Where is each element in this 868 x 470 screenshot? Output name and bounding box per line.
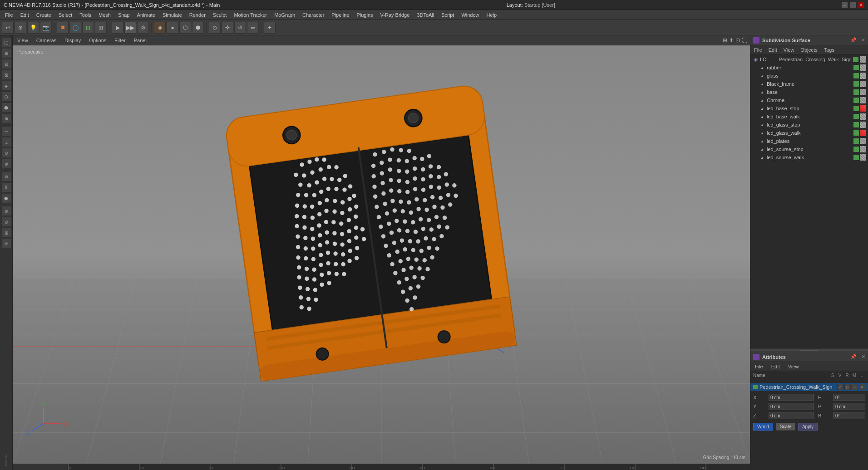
attr-icon-2[interactable]: ▷	[844, 384, 851, 390]
left-icon-7[interactable]: ⬢	[1, 103, 11, 113]
left-icon-3[interactable]: ⊟	[1, 59, 11, 69]
toolbar-rotate2[interactable]: ↺	[234, 22, 246, 34]
obj-base[interactable]: ▲ base	[750, 88, 868, 96]
scale-button[interactable]: Scale	[776, 423, 795, 431]
obj-menu-objects[interactable]: Objects	[799, 47, 819, 53]
left-icon-19[interactable]: ⟳	[1, 239, 11, 249]
toolbar-move[interactable]: ✖	[57, 22, 69, 34]
attr-icon-4[interactable]: ✕	[859, 384, 865, 390]
h-size-field[interactable]: 0°	[833, 394, 865, 401]
obj-menu-file[interactable]: File	[752, 47, 764, 53]
left-icon-12[interactable]: ⊛	[1, 159, 11, 169]
left-icon-16[interactable]: ⊜	[1, 206, 11, 216]
obj-rubber[interactable]: ▲ rubber	[750, 64, 868, 72]
attr-icon-1[interactable]: ✓	[837, 384, 843, 390]
left-icon-1[interactable]: ▢	[1, 37, 11, 47]
toolbar-render-settings[interactable]: ⚙	[137, 22, 149, 34]
menu-snap[interactable]: Snap	[115, 11, 133, 19]
menu-sculpt[interactable]: Sculpt	[210, 11, 230, 19]
viewport-3d[interactable]: Perspective	[13, 45, 750, 464]
menu-3dtoall[interactable]: 3DToAll	[414, 11, 437, 19]
obj-led-base-stop[interactable]: ▲ led_base_stop	[750, 104, 868, 113]
toolbar-edge-mode[interactable]: ⬡	[179, 22, 191, 34]
menu-render[interactable]: Render	[186, 11, 209, 19]
vp-menu-display[interactable]: Display	[63, 37, 83, 44]
toolbar-move2[interactable]: ✛	[222, 22, 233, 34]
menu-file[interactable]: File	[2, 11, 16, 19]
vp-fullscreen[interactable]: ⛶	[742, 37, 747, 44]
vp-menu-filter[interactable]: Filter	[113, 37, 127, 44]
menu-select[interactable]: Select	[55, 11, 76, 19]
left-icon-4[interactable]: ⊠	[1, 70, 11, 80]
attr-icon-3[interactable]: —	[852, 384, 858, 390]
maximize-button[interactable]: □	[850, 2, 856, 8]
toolbar-undo[interactable]: ↩	[2, 22, 14, 34]
left-icon-10[interactable]: ⟂	[1, 137, 11, 147]
left-icon-18[interactable]: ⊞	[1, 228, 11, 238]
left-icon-5[interactable]: ◈	[1, 81, 11, 91]
toolbar-scale2[interactable]: ⇔	[247, 22, 259, 34]
menu-window[interactable]: Window	[458, 11, 482, 19]
left-icon-2[interactable]: ⊞	[1, 48, 11, 58]
world-button[interactable]: World	[753, 423, 773, 431]
left-icon-8[interactable]: ⊕	[1, 113, 11, 123]
menu-simulate[interactable]: Simulate	[159, 11, 185, 19]
obj-led-glass-walk[interactable]: ▲ led_glass_walk	[750, 129, 868, 137]
toolbar-light[interactable]: 💡	[27, 22, 39, 34]
vp-icon-2[interactable]: ⬆	[729, 37, 734, 44]
vp-icon-1[interactable]: ⊞	[723, 37, 727, 44]
menu-plugins[interactable]: Plugins	[353, 11, 376, 19]
vp-menu-panel[interactable]: Panel	[132, 37, 148, 44]
minimize-button[interactable]: ─	[842, 2, 848, 8]
vp-menu-options[interactable]: Options	[87, 37, 108, 44]
menu-pipeline[interactable]: Pipeline	[328, 11, 352, 19]
left-icon-15[interactable]: ⬟	[1, 193, 11, 203]
toolbar-render-view[interactable]: ▶	[112, 22, 123, 34]
toolbar-polygon-mode[interactable]: ⬢	[192, 22, 204, 34]
attr-manager-pin[interactable]: 📌	[850, 354, 857, 360]
z-pos-field[interactable]: 0 cm	[769, 412, 814, 419]
left-icon-14[interactable]: ⧖	[1, 182, 11, 192]
x-pos-field[interactable]: 0 cm	[769, 394, 814, 401]
obj-manager-pin[interactable]: 📌	[850, 37, 857, 43]
vp-menu-view[interactable]: View	[15, 37, 30, 44]
menu-help[interactable]: Help	[483, 11, 500, 19]
obj-black-frame[interactable]: ▲ Black_frame	[750, 80, 868, 88]
left-icon-17[interactable]: ⊝	[1, 217, 11, 227]
close-button[interactable]: ✕	[858, 2, 864, 8]
left-icon-9[interactable]: ⊸	[1, 126, 11, 136]
vp-menu-cameras[interactable]: Cameras	[35, 37, 59, 44]
obj-menu-tags[interactable]: Tags	[822, 47, 836, 53]
obj-chrome[interactable]: ▲ Chrome	[750, 96, 868, 104]
toolbar-scale[interactable]: ⊡	[82, 22, 94, 34]
obj-menu-edit[interactable]: Edit	[767, 47, 779, 53]
toolbar-point-mode[interactable]: ●	[167, 22, 178, 34]
menu-animate[interactable]: Animate	[134, 11, 158, 19]
left-icon-11[interactable]: ⊙	[1, 148, 11, 158]
panel-divider[interactable]	[750, 348, 868, 352]
menu-character[interactable]: Character	[299, 11, 327, 19]
left-icon-6[interactable]: ⬡	[1, 92, 11, 102]
toolbar-render[interactable]: ▶▶	[124, 22, 136, 34]
obj-manager-close[interactable]: ✕	[861, 37, 865, 43]
menu-create[interactable]: Create	[33, 11, 54, 19]
b-size-field[interactable]: 0°	[833, 412, 865, 419]
obj-glass[interactable]: ▲ glass	[750, 72, 868, 80]
menu-edit[interactable]: Edit	[17, 11, 32, 19]
obj-led-plates[interactable]: ▲ led_plates	[750, 137, 868, 145]
menu-mesh[interactable]: Mesh	[95, 11, 114, 19]
attr-menu-edit[interactable]: Edit	[769, 363, 782, 370]
menu-mograph[interactable]: MoGraph	[271, 11, 298, 19]
obj-led-source-walk[interactable]: ▲ led_sourse_walk	[750, 153, 868, 162]
attr-menu-file[interactable]: File	[753, 363, 765, 370]
p-rot-field[interactable]: 0 cm	[833, 403, 865, 410]
y-pos-field[interactable]: 0 cm	[769, 403, 814, 410]
obj-led-glass-stop[interactable]: ▲ led_glass_stop	[750, 121, 868, 129]
menu-vray-bridge[interactable]: V-Ray Bridge	[377, 11, 413, 19]
attr-manager-close[interactable]: ✕	[861, 354, 865, 360]
obj-subdivision-surface[interactable]: ◈ LO Pedestrian_Crossing_Walk_Sign	[750, 55, 868, 64]
obj-led-base-walk[interactable]: ▲ led_base_walk	[750, 113, 868, 121]
obj-menu-view[interactable]: View	[782, 47, 796, 53]
toolbar-object-mode[interactable]: ◈	[154, 22, 166, 34]
toolbar-transform[interactable]: ⊞	[95, 22, 107, 34]
